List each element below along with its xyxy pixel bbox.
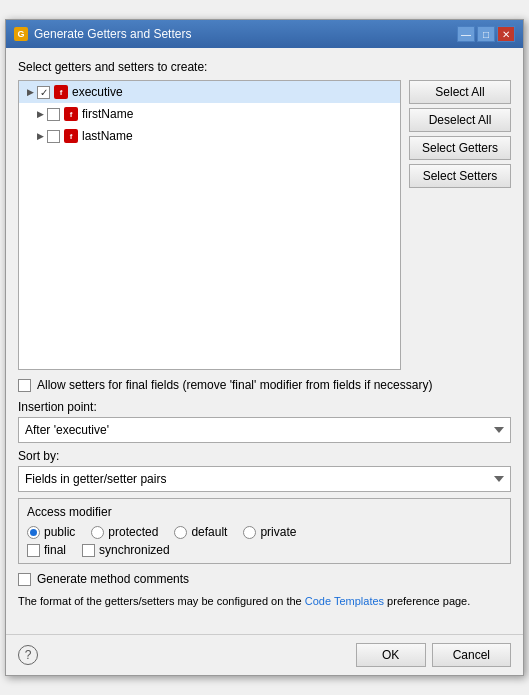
- sort-by-label: Sort by:: [18, 449, 511, 463]
- title-bar-left: G Generate Getters and Setters: [14, 27, 191, 41]
- radio-circle-default[interactable]: [174, 526, 187, 539]
- synchronized-checkbox[interactable]: [82, 544, 95, 557]
- dialog-footer: ? OK Cancel: [6, 634, 523, 675]
- access-modifier-group: Access modifier public protected default: [18, 498, 511, 564]
- insertion-point-section: Insertion point: After 'executive' First…: [18, 400, 511, 443]
- info-text-after: preference page.: [384, 595, 470, 607]
- final-label: final: [44, 543, 66, 557]
- dialog-icon: G: [14, 27, 28, 41]
- checkbox-executive[interactable]: ✓: [37, 86, 50, 99]
- radio-private[interactable]: private: [243, 525, 296, 539]
- field-tree[interactable]: ▶ ✓ f executive ▶ f firstName ▶: [18, 80, 401, 370]
- tree-label-executive: executive: [72, 85, 123, 99]
- tree-label-lastName: lastName: [82, 129, 133, 143]
- radio-default[interactable]: default: [174, 525, 227, 539]
- radio-options-row: public protected default private: [27, 525, 502, 539]
- allow-setters-label: Allow setters for final fields (remove '…: [37, 378, 432, 392]
- close-button[interactable]: ✕: [497, 26, 515, 42]
- radio-circle-private[interactable]: [243, 526, 256, 539]
- info-text-area: The format of the getters/setters may be…: [18, 594, 511, 609]
- tree-buttons-area: ▶ ✓ f executive ▶ f firstName ▶: [18, 80, 511, 370]
- radio-circle-public[interactable]: [27, 526, 40, 539]
- final-checkbox-item[interactable]: final: [27, 543, 66, 557]
- tree-section-label: Select getters and setters to create:: [18, 60, 511, 74]
- select-all-button[interactable]: Select All: [409, 80, 511, 104]
- select-setters-button[interactable]: Select Setters: [409, 164, 511, 188]
- allow-setters-row: Allow setters for final fields (remove '…: [18, 378, 511, 392]
- tree-label-firstName: firstName: [82, 107, 133, 121]
- radio-label-private: private: [260, 525, 296, 539]
- cancel-button[interactable]: Cancel: [432, 643, 511, 667]
- expand-arrow-firstName[interactable]: ▶: [33, 107, 47, 121]
- title-controls: — □ ✕: [457, 26, 515, 42]
- deselect-all-button[interactable]: Deselect All: [409, 108, 511, 132]
- sort-by-dropdown[interactable]: Fields in getter/setter pairs Getters on…: [18, 466, 511, 492]
- field-icon-lastName: f: [64, 129, 78, 143]
- select-getters-button[interactable]: Select Getters: [409, 136, 511, 160]
- maximize-button[interactable]: □: [477, 26, 495, 42]
- radio-label-protected: protected: [108, 525, 158, 539]
- expand-arrow-lastName[interactable]: ▶: [33, 129, 47, 143]
- access-modifier-title: Access modifier: [27, 505, 502, 519]
- expand-arrow-executive[interactable]: ▶: [23, 85, 37, 99]
- help-icon[interactable]: ?: [18, 645, 38, 665]
- footer-buttons: OK Cancel: [356, 643, 511, 667]
- checkbox-firstName[interactable]: [47, 108, 60, 121]
- synchronized-checkbox-item[interactable]: synchronized: [82, 543, 170, 557]
- insertion-point-dropdown[interactable]: After 'executive' First method Last meth…: [18, 417, 511, 443]
- dialog-body: Select getters and setters to create: ▶ …: [6, 48, 523, 633]
- radio-circle-protected[interactable]: [91, 526, 104, 539]
- minimize-button[interactable]: —: [457, 26, 475, 42]
- tree-row-lastName[interactable]: ▶ f lastName: [19, 125, 400, 147]
- code-templates-link[interactable]: Code Templates: [305, 595, 384, 607]
- field-icon-firstName: f: [64, 107, 78, 121]
- generate-comments-label: Generate method comments: [37, 572, 189, 586]
- sort-by-section: Sort by: Fields in getter/setter pairs G…: [18, 449, 511, 492]
- dialog-window: G Generate Getters and Setters — □ ✕ Sel…: [5, 19, 524, 675]
- field-icon-executive: f: [54, 85, 68, 99]
- radio-label-default: default: [191, 525, 227, 539]
- allow-setters-checkbox[interactable]: [18, 379, 31, 392]
- dialog-title: Generate Getters and Setters: [34, 27, 191, 41]
- radio-label-public: public: [44, 525, 75, 539]
- final-checkbox[interactable]: [27, 544, 40, 557]
- synchronized-label: synchronized: [99, 543, 170, 557]
- checkbox-options-row: final synchronized: [27, 543, 502, 557]
- generate-comments-row: Generate method comments: [18, 572, 511, 586]
- tree-row-executive[interactable]: ▶ ✓ f executive: [19, 81, 400, 103]
- checkbox-lastName[interactable]: [47, 130, 60, 143]
- title-bar: G Generate Getters and Setters — □ ✕: [6, 20, 523, 48]
- tree-action-buttons: Select All Deselect All Select Getters S…: [409, 80, 511, 370]
- tree-row-firstName[interactable]: ▶ f firstName: [19, 103, 400, 125]
- radio-protected[interactable]: protected: [91, 525, 158, 539]
- radio-public[interactable]: public: [27, 525, 75, 539]
- ok-button[interactable]: OK: [356, 643, 426, 667]
- generate-comments-checkbox[interactable]: [18, 573, 31, 586]
- insertion-point-label: Insertion point:: [18, 400, 511, 414]
- info-text-before: The format of the getters/setters may be…: [18, 595, 305, 607]
